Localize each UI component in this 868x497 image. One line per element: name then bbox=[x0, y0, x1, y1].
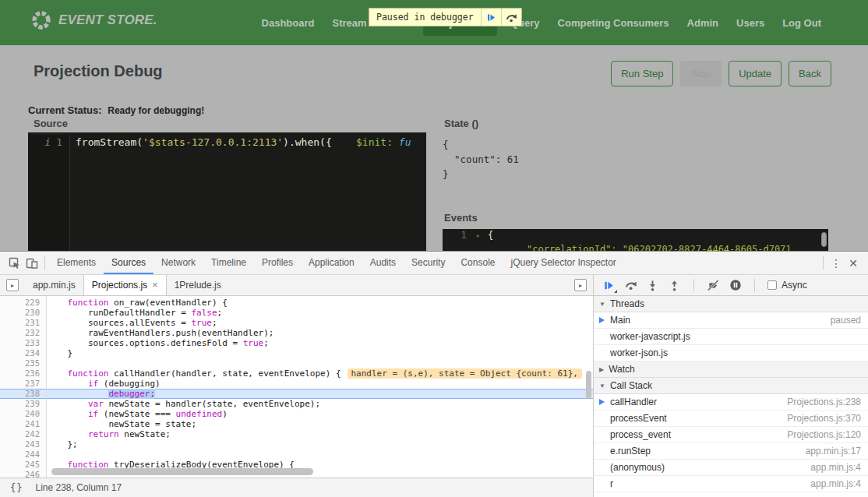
devtools-tab-elements[interactable]: Elements bbox=[49, 252, 104, 274]
line-number[interactable]: 236 bbox=[0, 368, 46, 379]
code-line[interactable] bbox=[47, 449, 593, 460]
devtools-tab-console[interactable]: Console bbox=[453, 252, 503, 274]
pretty-print-icon[interactable]: {} bbox=[10, 482, 23, 493]
code-line[interactable]: rawEventHandlers.push(eventHandler); bbox=[47, 328, 593, 338]
line-number[interactable]: 230 bbox=[0, 308, 46, 318]
call-stack-frame[interactable]: processEventProjections.js:370 bbox=[594, 411, 868, 427]
line-number[interactable]: 232 bbox=[0, 328, 46, 338]
call-stack-section-header[interactable]: ▼ Call Stack bbox=[594, 378, 868, 394]
line-number[interactable]: 235 bbox=[0, 358, 46, 368]
code-line[interactable] bbox=[47, 358, 593, 368]
devtools-tab-jquery-selector-inspector[interactable]: jQuery Selector Inspector bbox=[503, 252, 623, 274]
devtools-tab-profiles[interactable]: Profiles bbox=[254, 252, 301, 274]
call-stack-frame[interactable]: callHandlerProjections.js:238 bbox=[594, 394, 868, 411]
run-step-button[interactable]: Run Step bbox=[611, 61, 673, 86]
line-number[interactable]: 237 bbox=[0, 379, 46, 389]
source-editor[interactable]: i1 fromStream('$stats-127.0.0.1:2113').w… bbox=[28, 132, 426, 251]
line-number[interactable]: 231 bbox=[0, 318, 46, 328]
events-scrollbar-thumb[interactable] bbox=[821, 232, 827, 247]
back-button[interactable]: Back bbox=[789, 61, 831, 86]
step-out-icon[interactable] bbox=[668, 279, 681, 292]
fold-icon[interactable]: ▾ bbox=[472, 230, 480, 243]
call-stack-frame[interactable]: e.runStepapp.min.js:17 bbox=[594, 443, 868, 460]
thread-row-main[interactable]: Mainpaused bbox=[594, 312, 868, 329]
state-section-label: State () bbox=[444, 118, 478, 129]
thread-row-worker-json-js[interactable]: worker-json.js bbox=[594, 345, 868, 361]
device-toolbar-icon[interactable] bbox=[23, 255, 41, 272]
line-number[interactable]: 246 bbox=[0, 470, 46, 478]
line-number[interactable]: 244 bbox=[0, 449, 46, 460]
code-line[interactable]: runDefaultHandler = false; bbox=[47, 308, 593, 318]
show-debugger-icon[interactable]: ▸ bbox=[574, 279, 587, 291]
line-number[interactable]: 241 bbox=[0, 419, 46, 429]
nav-item-competing-consumers[interactable]: Competing Consumers bbox=[553, 10, 674, 36]
devtools-tab-sources[interactable]: Sources bbox=[104, 252, 153, 274]
code-line[interactable]: sources.options.definesFold = true; bbox=[47, 338, 593, 348]
more-options-icon[interactable]: ⋮ bbox=[827, 257, 845, 270]
nav-item-dashboard[interactable]: Dashboard bbox=[257, 10, 319, 36]
vertical-scrollbar-thumb[interactable] bbox=[586, 371, 591, 399]
call-stack-frame[interactable]: (anonymous)app.min.js:4 bbox=[594, 460, 868, 476]
step-over-icon[interactable] bbox=[501, 9, 521, 26]
thread-row-worker-javascript-js[interactable]: worker-javascript.js bbox=[594, 329, 868, 345]
step-over-icon[interactable] bbox=[624, 279, 637, 292]
horizontal-scrollbar-thumb[interactable] bbox=[51, 468, 313, 475]
events-code-line: "correlationId": "06202702-8827-4464-860… bbox=[483, 243, 792, 251]
resume-script-icon[interactable] bbox=[602, 279, 616, 292]
line-number[interactable]: 242 bbox=[0, 429, 46, 439]
line-number[interactable]: 229 bbox=[0, 298, 46, 308]
step-into-icon[interactable] bbox=[646, 279, 659, 292]
line-number[interactable]: 239 bbox=[0, 399, 46, 409]
call-stack-frame[interactable] bbox=[594, 492, 868, 497]
update-button[interactable]: Update bbox=[729, 61, 782, 86]
deactivate-breakpoints-icon[interactable] bbox=[707, 279, 720, 292]
code-line[interactable]: var newState = handler(state, eventEnvel… bbox=[47, 399, 593, 409]
line-number[interactable]: 243 bbox=[0, 439, 46, 449]
close-devtools-icon[interactable]: ✕ bbox=[845, 257, 862, 270]
nav-item-log-out[interactable]: Log Out bbox=[778, 10, 826, 36]
line-number-gutter: 2292302312322332342352362372382392402412… bbox=[0, 296, 47, 478]
async-label: Async bbox=[782, 280, 807, 291]
eventstore-logo[interactable]: EVENT STORE. bbox=[31, 10, 157, 30]
show-navigator-icon[interactable]: ▸ bbox=[6, 279, 19, 291]
source-code-line[interactable]: fromStream('$stats-127.0.0.1:2113').when… bbox=[70, 135, 411, 251]
code-line[interactable]: debugger; bbox=[47, 389, 593, 399]
line-number[interactable]: 233 bbox=[0, 338, 46, 348]
devtools-tab-application[interactable]: Application bbox=[301, 252, 362, 274]
devtools-tab-timeline[interactable]: Timeline bbox=[203, 252, 254, 274]
code-line[interactable]: function on_raw(eventHandler) { bbox=[47, 298, 593, 308]
code-line[interactable]: function callHandler(handler, state, eve… bbox=[47, 368, 593, 379]
line-number[interactable]: 234 bbox=[0, 348, 46, 358]
devtools-tab-audits[interactable]: Audits bbox=[362, 252, 404, 274]
close-tab-icon[interactable]: × bbox=[152, 275, 158, 295]
file-tabs-bar: ▸ app.min.jsProjections.js×1Prelude.js ▸ bbox=[0, 275, 593, 296]
file-tab-1prelude-js[interactable]: 1Prelude.js bbox=[167, 275, 229, 295]
code-editor[interactable]: 2292302312322332342352362372382392402412… bbox=[0, 296, 593, 478]
stop-button[interactable]: Stop bbox=[680, 61, 722, 86]
code-line[interactable]: sources.allEvents = true; bbox=[47, 318, 593, 328]
async-checkbox[interactable] bbox=[767, 280, 777, 290]
watch-section-header[interactable]: ▶ Watch bbox=[594, 361, 868, 378]
call-stack-frame[interactable]: process_eventProjections.js:120 bbox=[594, 427, 868, 443]
nav-item-admin[interactable]: Admin bbox=[683, 10, 723, 36]
file-tab-app-min-js[interactable]: app.min.js bbox=[25, 275, 83, 295]
file-tab-projections-js[interactable]: Projections.js× bbox=[83, 275, 167, 295]
devtools-tab-network[interactable]: Network bbox=[153, 252, 203, 274]
line-number[interactable]: 245 bbox=[0, 460, 46, 470]
resume-script-icon[interactable] bbox=[481, 9, 501, 26]
code-line[interactable]: if (newState === undefined) bbox=[47, 409, 593, 419]
code-line[interactable]: return newState; bbox=[47, 429, 593, 439]
inspect-element-icon[interactable] bbox=[6, 255, 23, 272]
code-line[interactable]: } bbox=[47, 348, 593, 358]
nav-item-users[interactable]: Users bbox=[732, 10, 769, 36]
line-number[interactable]: 238 bbox=[0, 389, 46, 399]
code-line[interactable]: if (debugging) bbox=[47, 379, 593, 389]
call-stack-frame[interactable]: rapp.min.js:4 bbox=[594, 476, 868, 492]
code-line[interactable]: newState = state; bbox=[47, 419, 593, 429]
line-number[interactable]: 240 bbox=[0, 409, 46, 419]
threads-section-header[interactable]: ▼ Threads bbox=[594, 296, 868, 312]
pause-on-exceptions-icon[interactable] bbox=[729, 279, 742, 292]
events-editor[interactable]: 1 ▾ { "correlationId": "06202702-8827-44… bbox=[443, 229, 828, 251]
devtools-tab-security[interactable]: Security bbox=[404, 252, 453, 274]
code-line[interactable]: }; bbox=[47, 439, 593, 449]
